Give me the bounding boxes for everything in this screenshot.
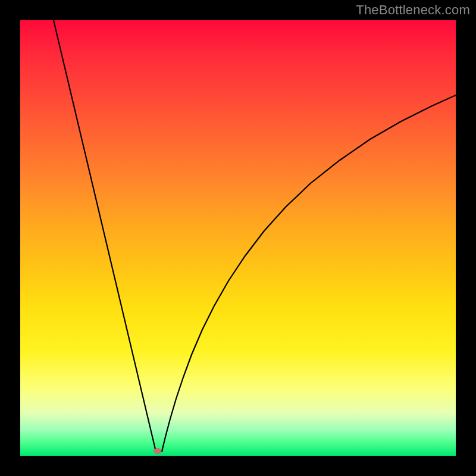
curve-layer [20, 20, 456, 456]
curve-left-branch [54, 20, 156, 452]
chart-frame: TheBottleneck.com [0, 0, 476, 476]
optimal-point-marker [154, 449, 162, 454]
plot-area [20, 20, 456, 456]
watermark-text: TheBottleneck.com [356, 2, 470, 18]
curve-right-branch [162, 95, 456, 452]
